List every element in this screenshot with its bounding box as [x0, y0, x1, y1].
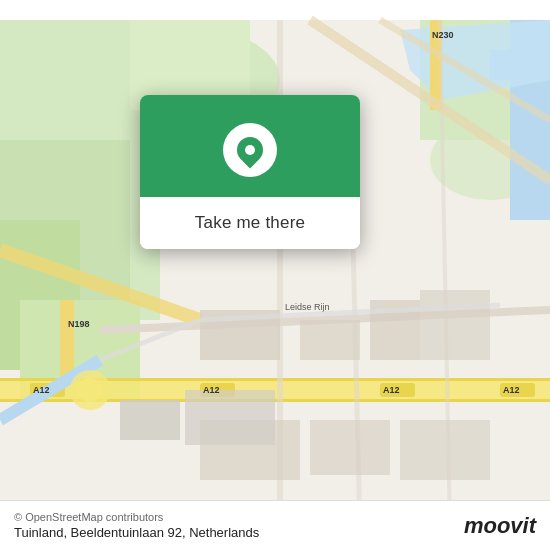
- take-me-there-button[interactable]: Take me there: [140, 197, 360, 249]
- svg-text:A12: A12: [503, 385, 520, 395]
- location-pin-icon: [223, 123, 277, 177]
- svg-rect-36: [185, 390, 275, 445]
- svg-rect-34: [400, 420, 490, 480]
- attribution-text: © OpenStreetMap contributors: [14, 511, 259, 523]
- svg-rect-31: [420, 290, 490, 360]
- svg-rect-35: [120, 400, 180, 440]
- moovit-logo: moovit: [464, 513, 536, 539]
- moovit-brand-text: moovit: [464, 513, 536, 539]
- svg-rect-20: [60, 300, 74, 380]
- svg-rect-33: [310, 420, 390, 475]
- svg-rect-29: [300, 320, 360, 360]
- bottom-info: © OpenStreetMap contributors Tuinland, B…: [14, 511, 259, 540]
- map-container: Vleuten Leidse Rijn N198 N230 A12 A12 A1…: [0, 0, 550, 550]
- svg-text:A12: A12: [203, 385, 220, 395]
- address-text: Tuinland, Beeldentuinlaan 92, Netherland…: [14, 525, 259, 540]
- map-background: Vleuten Leidse Rijn N198 N230 A12 A12 A1…: [0, 0, 550, 550]
- svg-point-47: [78, 378, 102, 402]
- svg-text:A12: A12: [33, 385, 50, 395]
- svg-text:N198: N198: [68, 319, 90, 329]
- svg-text:Leidse Rijn: Leidse Rijn: [285, 302, 330, 312]
- popup-card: Take me there: [140, 95, 360, 249]
- svg-text:N230: N230: [432, 30, 454, 40]
- svg-text:A12: A12: [383, 385, 400, 395]
- popup-header: [140, 95, 360, 197]
- pin-marker: [232, 132, 269, 169]
- bottom-bar: © OpenStreetMap contributors Tuinland, B…: [0, 500, 550, 550]
